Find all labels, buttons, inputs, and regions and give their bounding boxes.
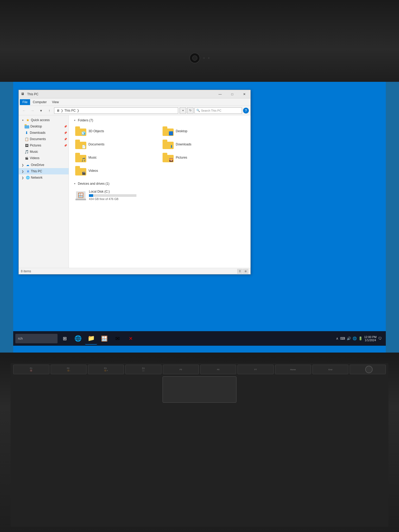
maximize-button[interactable]: □ — [226, 90, 238, 98]
thispc-toggle[interactable]: ❯ — [21, 169, 25, 173]
folder-item-desktop[interactable]: 🟦 Desktop — [160, 125, 246, 137]
laptop-bottom-bezel: F1🔇 F2🔆- F3🔆+ F4⬛ F5 F6 F7 Home End In — [0, 353, 399, 532]
menu-file[interactable]: File — [20, 99, 30, 105]
laptop-top-bezel — [0, 0, 399, 82]
videos-icon: 🎬 — [25, 156, 29, 160]
list-view-button[interactable]: ☰ — [237, 269, 243, 274]
tray-volume-icon[interactable]: 🔊 — [347, 336, 351, 340]
menu-view[interactable]: View — [49, 99, 61, 105]
onedrive-toggle[interactable]: ❯ — [21, 163, 25, 167]
key-f7[interactable]: F7 — [238, 365, 274, 374]
power-button[interactable] — [365, 366, 373, 373]
key-f5[interactable]: F5 — [163, 365, 199, 374]
mail-icon: ✉ — [115, 335, 120, 342]
key-f1[interactable]: F1🔇 — [13, 365, 49, 374]
back-button[interactable]: ← — [20, 107, 28, 114]
key-f6[interactable]: F6 — [200, 365, 236, 374]
taskbar-search-text: rch — [18, 336, 23, 340]
folder-desktop-icon — [25, 124, 29, 129]
sidebar-item-downloads[interactable]: ⬇ Downloads 📌 — [19, 130, 69, 136]
toolbar: ← → ▾ ↑ 🖥 ❯ This PC ❯ ▾ ↻ 🔍 Search This … — [19, 106, 250, 115]
tray-keyboard-icon[interactable]: ⌨ — [340, 336, 345, 340]
taskbar-edge[interactable]: 🌐 — [72, 332, 84, 345]
folder-item-music[interactable]: 🎵 Music — [73, 152, 159, 163]
minimize-button[interactable]: — — [214, 90, 226, 98]
sidebar-item-thispc[interactable]: ❯ 🖥 This PC — [19, 168, 69, 174]
up-button[interactable]: ↑ — [46, 107, 53, 114]
sidebar-item-network[interactable]: ❯ 🌐 Network — [19, 174, 69, 181]
folder-item-pictures[interactable]: 🌄 Pictures — [160, 152, 246, 163]
forward-button[interactable]: → — [29, 107, 36, 114]
quick-access-header[interactable]: ▾ ★ Quick access — [19, 117, 69, 123]
system-tray: ∧ ⌨ 🔊 🌐 🔋 12:00 PM 1/1/2024 🗨 — [336, 335, 384, 342]
windows-store-icon: 🪟 — [101, 335, 108, 342]
folders-title: Folders (7) — [78, 118, 93, 122]
window-icon: 🖥 — [21, 92, 26, 97]
sidebar-item-videos[interactable]: 🎬 Videos — [19, 155, 69, 161]
search-box[interactable]: 🔍 Search This PC — [194, 107, 242, 114]
taskbar-mail[interactable]: ✉ — [111, 332, 124, 345]
key-f2[interactable]: F2🔆- — [51, 365, 87, 374]
folder-icon-videos: 🎬 — [75, 166, 86, 175]
tray-clock[interactable]: 12:00 PM 1/1/2024 — [364, 335, 377, 342]
pin-icon-desktop: 📌 — [64, 125, 67, 128]
taskbar-search[interactable]: rch — [15, 334, 58, 343]
key-f9[interactable]: End — [312, 365, 349, 374]
refresh-button[interactable]: ↻ — [187, 107, 193, 114]
taskbar-windows[interactable]: 🪟 — [98, 332, 110, 345]
address-bar[interactable]: 🖥 ❯ This PC ❯ — [54, 107, 178, 114]
folder-overlay-pictures: 🌄 — [169, 158, 173, 162]
keyboard-area: F1🔇 F2🔆- F3🔆+ F4⬛ F5 F6 F7 Home End In — [11, 363, 388, 527]
tray-notifications-icon[interactable]: 🗨 — [378, 336, 382, 340]
music-icon: 🎵 — [25, 150, 29, 154]
sidebar: ▾ ★ Quick access Desktop 📌 — [19, 115, 69, 268]
function-key-row: F1🔇 F2🔆- F3🔆+ F4⬛ F5 F6 F7 Home End In — [11, 363, 388, 374]
folder-item-downloads[interactable]: ⬇ Downloads — [160, 139, 246, 150]
drive-item-c[interactable]: 🪟 Local Disk (C:) 434 GB free of 476 GB — [73, 189, 246, 202]
tray-time-text: 12:00 PM — [364, 335, 377, 339]
address-dropdown[interactable]: ▾ — [180, 107, 186, 114]
taskbar-taskview[interactable]: ⊞ — [59, 332, 71, 345]
taskbar-close-app[interactable]: ✕ — [125, 332, 137, 345]
sidebar-item-onedrive[interactable]: ❯ ☁ OneDrive — [19, 162, 69, 168]
menu-computer[interactable]: Computer — [30, 99, 49, 105]
devices-title: Devices and drives (1) — [78, 182, 109, 186]
menu-bar: File Computer View — [19, 98, 250, 106]
trackpad[interactable] — [163, 376, 236, 403]
folder-item-videos[interactable]: 🎬 Videos — [73, 165, 159, 177]
grid-view-button[interactable]: ⊞ — [243, 269, 248, 274]
folders-toggle[interactable]: ▾ — [73, 119, 76, 122]
help-button[interactable]: ? — [243, 108, 249, 113]
documents-icon: 📋 — [25, 137, 29, 141]
key-f3[interactable]: F3🔆+ — [88, 365, 124, 374]
quick-access-toggle[interactable]: ▾ — [21, 118, 25, 122]
edge-icon: 🌐 — [74, 335, 82, 342]
drive-c-progress-fill — [89, 194, 93, 197]
key-f8[interactable]: Home — [275, 365, 311, 374]
recent-button[interactable]: ▾ — [37, 107, 45, 114]
taskbar-explorer[interactable]: 📁 — [85, 332, 97, 345]
sidebar-item-pictures[interactable]: 🖼 Pictures 📌 — [19, 142, 69, 149]
devices-toggle[interactable]: ▾ — [73, 182, 76, 185]
key-f4[interactable]: F4⬛ — [125, 365, 162, 374]
tray-chevron-icon[interactable]: ∧ — [336, 336, 339, 340]
folder-label-3dobjects: 3D Objects — [88, 129, 104, 133]
close-button[interactable]: ✕ — [238, 90, 250, 98]
pin-icon-downloads: 📌 — [64, 131, 67, 134]
folder-label-downloads: Downloads — [176, 142, 191, 146]
sidebar-item-documents[interactable]: 📋 Documents 📌 — [19, 136, 69, 142]
address-path: This PC — [64, 109, 76, 112]
network-toggle[interactable]: ❯ — [21, 176, 25, 179]
folder-item-3dobjects[interactable]: 🧊 3D Objects — [73, 125, 159, 137]
sidebar-item-music[interactable]: 🎵 Music — [19, 149, 69, 155]
search-placeholder: Search This PC — [201, 109, 221, 112]
tray-battery-icon[interactable]: 🔋 — [358, 336, 363, 340]
right-pane: ▾ Folders (7) 🧊 3D Objects — [69, 115, 250, 268]
folder-icon-downloads: ⬇ — [163, 140, 174, 149]
sidebar-item-desktop[interactable]: Desktop 📌 — [19, 123, 69, 130]
folder-icon-documents: 📄 — [75, 140, 86, 149]
folder-icon-pictures: 🌄 — [163, 153, 174, 162]
tray-network-icon[interactable]: 🌐 — [353, 336, 357, 340]
folder-item-documents[interactable]: 📄 Documents — [73, 139, 159, 150]
webcam — [189, 53, 200, 63]
